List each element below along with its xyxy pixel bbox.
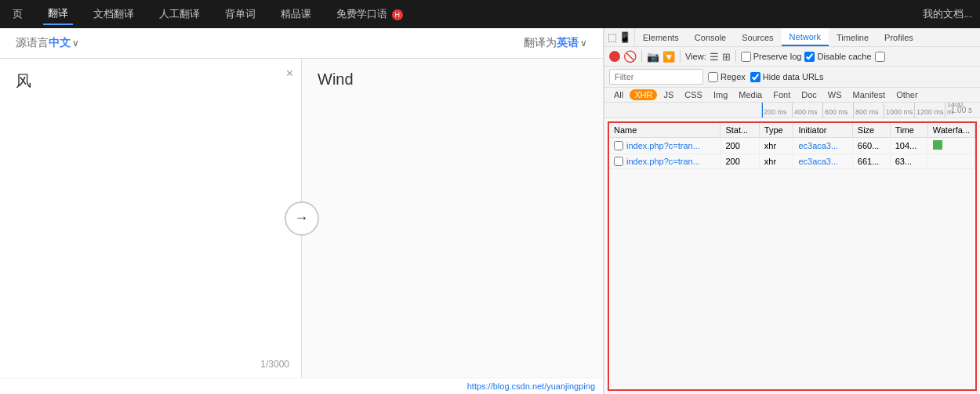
- filter-input[interactable]: [609, 69, 703, 85]
- type-tab-manifest[interactable]: Manifest: [848, 89, 891, 100]
- nav-item-home[interactable]: 页: [8, 4, 27, 24]
- nav-item-translate[interactable]: 翻译: [43, 3, 73, 25]
- row-1-type: xhr: [759, 154, 793, 169]
- view-label: View:: [685, 52, 706, 61]
- row-1-checkbox[interactable]: [614, 157, 623, 166]
- target-lang-label: 翻译为: [524, 36, 557, 50]
- type-tab-doc[interactable]: Doc: [797, 89, 822, 100]
- toolbar-separator-2: [680, 50, 681, 63]
- translate-button[interactable]: →: [285, 201, 319, 236]
- source-lang-selector[interactable]: 源语言 中文 ∨: [16, 36, 79, 50]
- row-1-name-link[interactable]: index.php?c=tran...: [626, 157, 700, 166]
- toolbar-separator-3: [735, 50, 736, 63]
- ruler-mark-800: 800 ms: [853, 103, 879, 117]
- devtools-inspect-icon[interactable]: ⬚: [608, 31, 617, 43]
- tab-console[interactable]: Console: [687, 28, 734, 46]
- view-grid-icon[interactable]: ⊞: [722, 51, 731, 63]
- preserve-log-checkbox[interactable]: [741, 52, 751, 62]
- clear-button[interactable]: 🚫: [623, 50, 637, 63]
- network-table-container[interactable]: Name Stat... Type Initiator Size Time Wa…: [608, 121, 977, 391]
- row-0-checkbox[interactable]: [614, 141, 623, 150]
- tab-network[interactable]: Network: [782, 28, 829, 46]
- col-name[interactable]: Name: [609, 123, 720, 138]
- tab-elements[interactable]: Elements: [635, 28, 687, 46]
- tab-sources[interactable]: Sources: [734, 28, 781, 46]
- nav-item-doc-translate[interactable]: 文档翻译: [89, 4, 139, 24]
- table-header-row: Name Stat... Type Initiator Size Time Wa…: [609, 123, 975, 138]
- bottom-url[interactable]: https://blog.csdn.net/yuanjingping: [0, 378, 603, 394]
- type-tab-img[interactable]: Img: [709, 89, 732, 100]
- network-filter-bar: Regex Hide data URLs: [604, 67, 980, 88]
- row-0-waterfall: [927, 138, 975, 154]
- row-0-name-link[interactable]: index.php?c=tran...: [626, 141, 700, 150]
- ruler-mark-200: 200 ms: [761, 103, 787, 117]
- row-0-initiator: ec3aca3...: [793, 138, 852, 154]
- record-button[interactable]: [609, 51, 620, 62]
- type-tab-font[interactable]: Font: [768, 89, 795, 100]
- disable-cache-checkbox-label[interactable]: Disable cache: [804, 52, 871, 62]
- preserve-log-checkbox-label[interactable]: Preserve log: [741, 52, 802, 62]
- regex-checkbox[interactable]: [708, 72, 718, 82]
- row-0-time: 104...: [890, 138, 927, 154]
- table-row[interactable]: index.php?c=tran... 200 xhr ec3aca3... 6…: [609, 154, 975, 169]
- type-tab-all[interactable]: All: [609, 89, 628, 100]
- close-button[interactable]: ×: [286, 67, 293, 81]
- type-tab-media[interactable]: Media: [734, 89, 767, 100]
- tab-timeline[interactable]: Timeline: [829, 28, 877, 46]
- timeline-ruler: 200 ms 400 ms 600 ms 800 ms 1000 ms 1200…: [604, 103, 980, 118]
- regex-checkbox-label[interactable]: Regex: [708, 72, 746, 82]
- row-1-time: 63...: [890, 154, 927, 169]
- nav-badge-h: H: [392, 9, 403, 20]
- offline-checkbox[interactable]: [875, 52, 885, 62]
- col-waterfall[interactable]: Waterfa...: [927, 123, 975, 138]
- view-list-icon[interactable]: ☰: [710, 51, 719, 63]
- translate-button-container: →: [285, 201, 319, 236]
- col-time[interactable]: Time: [890, 123, 927, 138]
- hide-data-urls-checkbox[interactable]: [750, 72, 760, 82]
- row-1-waterfall: [927, 154, 975, 169]
- network-type-tabs: All XHR JS CSS Img Media Font Doc WS Man…: [604, 88, 980, 103]
- hide-data-urls-checkbox-label[interactable]: Hide data URLs: [750, 72, 824, 82]
- ruler-marks: 200 ms 400 ms 600 ms 800 ms 1000 ms 1200…: [761, 103, 953, 117]
- nav-item-vocab[interactable]: 背单词: [220, 4, 260, 24]
- col-size[interactable]: Size: [852, 123, 890, 138]
- source-text-box[interactable]: 风 × 1/3000: [0, 59, 302, 378]
- offline-checkbox-label[interactable]: [875, 52, 885, 62]
- nav-item-free-oral[interactable]: 免费学口语 H: [332, 4, 408, 24]
- nav-item-course[interactable]: 精品课: [276, 4, 316, 24]
- target-text-box: Wind: [302, 59, 603, 378]
- col-type[interactable]: Type: [759, 123, 793, 138]
- type-tab-ws[interactable]: WS: [823, 89, 847, 100]
- row-1-name: index.php?c=tran...: [609, 154, 720, 169]
- type-tab-js[interactable]: JS: [659, 89, 678, 100]
- table-row[interactable]: index.php?c=tran... 200 xhr ec3aca3... 6…: [609, 138, 975, 154]
- translation-panel: 源语言 中文 ∨ 翻译为 英语 ∨ 风 × 1/3000 →: [0, 28, 604, 394]
- row-0-status: 200: [720, 138, 759, 154]
- top-navigation: 页 翻译 文档翻译 人工翻译 背单词 精品课 免费学口语 H 我的文档...: [0, 0, 980, 28]
- nav-item-human-translate[interactable]: 人工翻译: [154, 4, 205, 24]
- waterfall-bar: [933, 140, 942, 150]
- char-count: 1/3000: [260, 359, 289, 370]
- ruler-mark-1000: 1000 ms: [884, 103, 913, 117]
- nav-item-my-docs[interactable]: 我的文档...: [923, 7, 972, 21]
- ruler-mark-400: 400 ms: [792, 103, 818, 117]
- col-status[interactable]: Stat...: [720, 123, 759, 138]
- tab-profiles[interactable]: Profiles: [877, 28, 921, 46]
- translate-boxes: 风 × 1/3000 → Wind: [0, 59, 603, 378]
- devtools-panel: ⬚ 📱 Elements Console Sources Network Tim…: [604, 28, 980, 394]
- type-tab-other[interactable]: Other: [891, 89, 923, 100]
- type-tab-xhr[interactable]: XHR: [630, 89, 657, 100]
- type-tab-css[interactable]: CSS: [680, 89, 707, 100]
- filter-icon[interactable]: 🔽: [662, 51, 675, 63]
- disable-cache-checkbox[interactable]: [804, 52, 815, 62]
- timeline-right-label: 1.00 s: [948, 103, 975, 117]
- source-lang-name: 中文: [49, 36, 71, 50]
- translator-header: 源语言 中文 ∨ 翻译为 英语 ∨: [0, 28, 603, 59]
- devtools-device-icon[interactable]: 📱: [619, 31, 631, 43]
- target-lang-selector[interactable]: 翻译为 英语 ∨: [524, 36, 587, 50]
- target-lang-name: 英语: [557, 36, 579, 50]
- col-initiator[interactable]: Initiator: [793, 123, 852, 138]
- camera-icon[interactable]: 📷: [647, 51, 659, 63]
- main-area: 源语言 中文 ∨ 翻译为 英语 ∨ 风 × 1/3000 →: [0, 28, 980, 394]
- row-0-type: xhr: [759, 138, 793, 154]
